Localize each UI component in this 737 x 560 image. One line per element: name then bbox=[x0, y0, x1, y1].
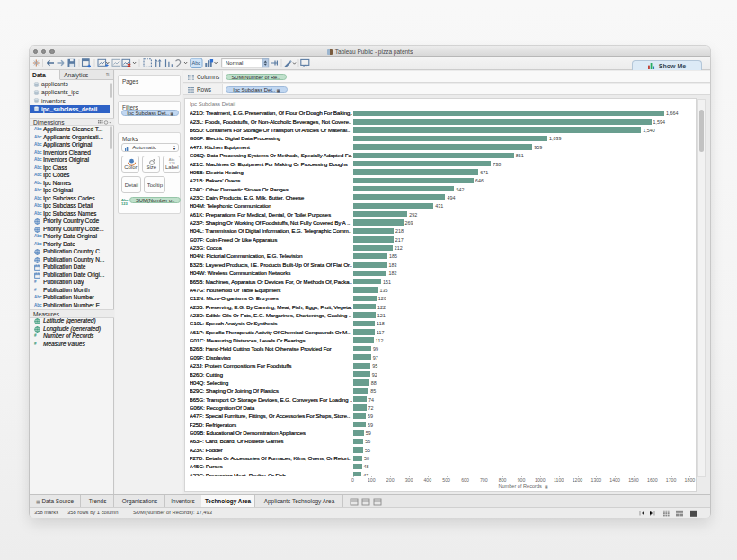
svg-text:Abc: Abc bbox=[191, 60, 200, 66]
svg-text:Normal: Normal bbox=[226, 60, 243, 66]
